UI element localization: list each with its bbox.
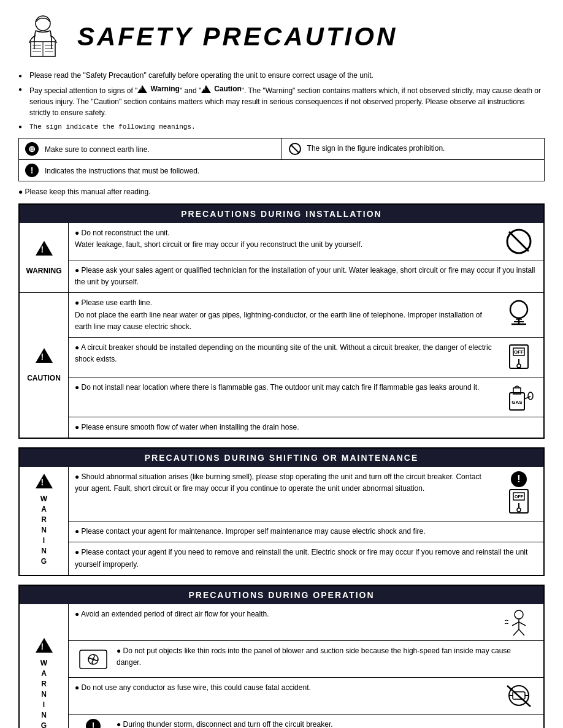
caution-rows: Please use earth line. Do not place the … bbox=[69, 293, 543, 438]
sign-prohibition: The sign in the figure indicates prohibi… bbox=[282, 138, 545, 160]
warning-triangle-large-icon bbox=[36, 241, 53, 256]
warning-label-cell: WARNING bbox=[20, 223, 69, 292]
installation-caution-row-3: Do not install near location where there… bbox=[69, 377, 543, 417]
svg-point-13 bbox=[510, 301, 527, 318]
mandatory-icon: ! bbox=[25, 164, 39, 177]
keep-manual-text: Please keep this manual after reading. bbox=[18, 188, 545, 196]
sign-mandatory: ! Indicates the instructions that must b… bbox=[19, 160, 545, 181]
installation-section: PRECAUTIONS DURING INSTALLATION WARNING … bbox=[18, 203, 545, 439]
info-icon: ! bbox=[511, 471, 527, 487]
shifting-header: PRECAUTIONS DURING SHIFTING OR MAINTENAN… bbox=[20, 449, 543, 467]
operation-triangle-icon bbox=[36, 638, 53, 653]
intro-bullet-2: Pay special attention to signs of "Warni… bbox=[18, 83, 545, 118]
page-header: SAFETY PRECAUTION bbox=[18, 12, 545, 61]
header-illustration bbox=[18, 12, 67, 61]
shifting-warning-label: WARNING bbox=[20, 467, 69, 575]
blower-left-icon bbox=[75, 645, 112, 673]
prohibition-icon-large bbox=[500, 227, 537, 256]
shifting-row-2: Please contact your agent for maintenanc… bbox=[69, 521, 543, 542]
operation-row-2: Do not put objects like thin rods into t… bbox=[69, 641, 543, 678]
installation-caution-row-1: Please use earth line. Do not place the … bbox=[69, 293, 543, 338]
caution-label-text: CAUTION bbox=[27, 374, 61, 382]
installation-caution-row-2: A circuit breaker should be installed de… bbox=[69, 338, 543, 377]
warning-triangle-icon bbox=[137, 85, 147, 93]
shifting-section: PRECAUTIONS DURING SHIFTING OR MAINTENAN… bbox=[18, 447, 545, 576]
svg-text:GAS: GAS bbox=[511, 400, 523, 405]
operation-header: PRECAUTIONS DURING OPERATION bbox=[20, 586, 543, 604]
shifting-triangle-icon bbox=[36, 474, 53, 488]
page-title: SAFETY PRECAUTION bbox=[77, 22, 397, 51]
shifting-row-1: Should abnormal situation arises (like b… bbox=[69, 467, 543, 521]
intro-bullet-3: The sign indicate the following meanings… bbox=[18, 121, 545, 132]
shifting-breaker-icon: ! OFF bbox=[500, 471, 537, 517]
operation-section: PRECAUTIONS DURING OPERATION WARNING Avo… bbox=[18, 585, 545, 728]
installation-caution-row-4: Please ensure smooth flow of water when … bbox=[69, 417, 543, 438]
airflow-icon bbox=[500, 609, 537, 636]
svg-point-41 bbox=[92, 658, 94, 661]
shifting-warning-text: WARNING bbox=[40, 495, 48, 567]
svg-line-38 bbox=[519, 629, 524, 635]
shifting-row-3: Please contact your agent if you need to… bbox=[69, 542, 543, 574]
operation-row-4: ! OFF During thunder storm, disconnect a… bbox=[69, 715, 543, 728]
shifting-rows: Should abnormal situation arises (like b… bbox=[69, 467, 543, 575]
breaker-icon: OFF bbox=[500, 342, 537, 373]
operation-body: WARNING Avoid an extended period of dire… bbox=[20, 604, 543, 728]
svg-text:OFF: OFF bbox=[515, 495, 524, 499]
warning-label-text: WARNING bbox=[26, 267, 62, 275]
caution-triangle-icon bbox=[201, 85, 211, 93]
svg-line-26 bbox=[524, 396, 530, 399]
installation-warning-block: WARNING Do not reconstruct the unit. Wat… bbox=[20, 223, 543, 293]
caution-label-cell: CAUTION bbox=[20, 293, 69, 438]
installation-warning-row-2: Please ask your sales agent or qualified… bbox=[69, 260, 543, 292]
installation-caution-block: CAUTION Please use earth line. Do not pl… bbox=[20, 293, 543, 438]
svg-line-12 bbox=[509, 232, 529, 251]
shifting-body: WARNING Should abnormal situation arises… bbox=[20, 467, 543, 575]
earth-icon: ⊕ bbox=[25, 142, 39, 156]
fuse-icon bbox=[500, 682, 537, 710]
installation-warning-row-1: Do not reconstruct the unit. Water leaka… bbox=[69, 223, 543, 260]
warning-rows: Do not reconstruct the unit. Water leaka… bbox=[69, 223, 543, 292]
operation-warning-text: WARNING bbox=[40, 659, 48, 728]
operation-row-1: Avoid an extended period of direct air f… bbox=[69, 604, 543, 641]
operation-row-3: Do not use any conductor as fuse wire, t… bbox=[69, 678, 543, 715]
operation-warning-label: WARNING bbox=[20, 604, 69, 728]
operation-rows: Avoid an extended period of direct air f… bbox=[69, 604, 543, 728]
sign-earth: ⊕ Make sure to connect earth line. bbox=[19, 138, 282, 160]
info-circle-icon: ! bbox=[86, 719, 101, 728]
svg-line-36 bbox=[519, 622, 526, 626]
caution-triangle-large-icon bbox=[36, 348, 53, 363]
earth-symbol-icon bbox=[500, 297, 537, 325]
svg-line-35 bbox=[512, 622, 519, 626]
svg-point-27 bbox=[528, 392, 533, 400]
installation-header: PRECAUTIONS DURING INSTALLATION bbox=[20, 205, 543, 223]
signs-table: ⊕ Make sure to connect earth line. The s… bbox=[18, 138, 545, 181]
thunder-breaker-icon: ! OFF bbox=[75, 719, 112, 728]
intro-bullet-1: Please read the "Safety Precaution" care… bbox=[18, 70, 545, 81]
svg-text:OFF: OFF bbox=[514, 349, 524, 355]
intro-section: Please read the "Safety Precaution" care… bbox=[18, 70, 545, 132]
svg-line-10 bbox=[291, 145, 299, 153]
svg-point-21 bbox=[517, 364, 521, 368]
svg-point-33 bbox=[515, 610, 523, 619]
gas-icon: GAS bbox=[500, 382, 537, 412]
prohibition-icon bbox=[288, 142, 302, 156]
svg-point-31 bbox=[517, 508, 521, 512]
svg-line-37 bbox=[513, 629, 519, 635]
